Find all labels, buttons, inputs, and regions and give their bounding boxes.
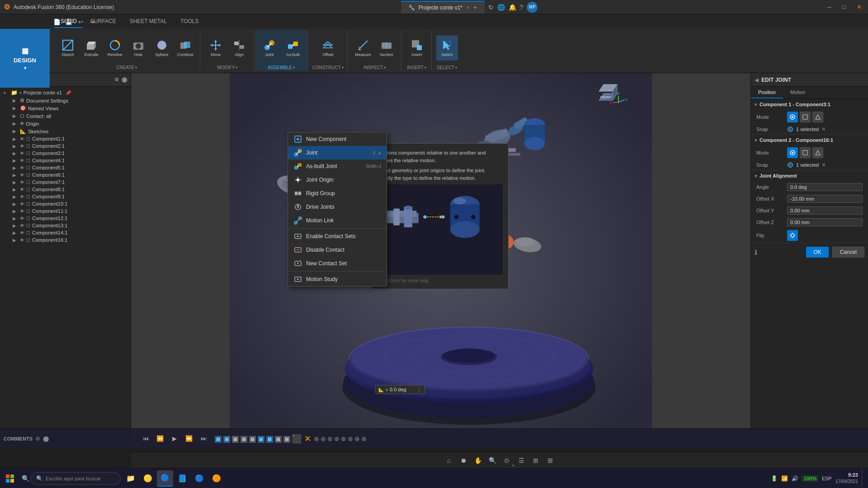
taskbar-app1[interactable]: 🟡 <box>140 470 156 487</box>
play-prev-btn[interactable]: ⏪ <box>154 432 166 445</box>
timeline-icon-special[interactable]: ✕ <box>304 434 311 444</box>
notification-btn[interactable]: 🔔 <box>509 4 516 11</box>
menu-item-motion-study[interactable]: Motion Study <box>288 272 387 286</box>
tab-sheet-metal[interactable]: SHEET METAL <box>123 15 173 28</box>
browser-item-comp1[interactable]: ▶ 👁 ☐ Component1:1 <box>0 135 131 142</box>
rp-component1-header[interactable]: ▾ Component 1 - Component3:1 <box>751 99 868 110</box>
create-group-label[interactable]: CREATE <box>116 65 137 71</box>
move-btn[interactable]: Move <box>205 35 226 61</box>
browser-item-comp5[interactable]: ▶ 👁 ☐ Component5:1 <box>0 164 131 171</box>
combine-btn[interactable]: Combine <box>175 35 196 61</box>
insert-derive-btn[interactable]: Insert <box>406 35 428 61</box>
timeline-icon-3[interactable]: ▣ <box>231 434 239 444</box>
eye-icon[interactable]: 👁 <box>20 202 24 206</box>
timeline-icon-1[interactable]: ▣ <box>214 434 222 444</box>
nav-record-icon[interactable]: ⏺ <box>457 454 470 467</box>
create-sketch-btn[interactable]: Sketch <box>57 35 79 61</box>
inspect-group-label[interactable]: INSPECT <box>363 65 386 71</box>
browser-item-named-views[interactable]: ▶ 🎯 Named Views <box>0 104 131 112</box>
eye-icon[interactable]: 👁 <box>20 165 24 170</box>
cancel-button[interactable]: Cancel <box>832 247 864 258</box>
rp-tab-position[interactable]: Position <box>751 87 783 99</box>
hole-btn[interactable]: Hole <box>127 35 149 61</box>
eye-icon[interactable]: 👁 <box>20 136 24 141</box>
browser-item-comp8[interactable]: ▶ 👁 ☐ Component8:1 <box>0 186 131 193</box>
degree-value-input[interactable] <box>390 387 415 392</box>
joint-btn[interactable]: Joint <box>259 35 280 61</box>
modify-group-label[interactable]: MODIFY <box>217 65 238 71</box>
menu-item-enable-contact-sets[interactable]: Enable Contact Sets <box>288 230 387 243</box>
nav-grid2-icon[interactable]: ⊞ <box>544 454 557 467</box>
comp1-snap-clear-btn[interactable]: ✕ <box>821 126 826 132</box>
timeline-icon-2[interactable]: ▣ <box>223 434 231 444</box>
windows-start-btn[interactable] <box>0 469 20 488</box>
browser-root-item[interactable]: ▾ 📁 ● Projecte conte v1 📌 <box>0 89 131 97</box>
browser-item-doc-settings[interactable]: ▶ ⚙ Document Settings <box>0 97 131 104</box>
sphere-btn[interactable]: Sphere <box>151 35 173 61</box>
timeline-icon-10[interactable]: ⬛ <box>292 434 302 444</box>
close-tab-btn[interactable]: × <box>466 5 469 11</box>
browser-item-comp6[interactable]: ▶ 👁 ☐ Component6:1 <box>0 171 131 178</box>
offset-z-input[interactable] <box>787 218 863 226</box>
online-btn[interactable]: 🌐 <box>497 4 505 11</box>
eye-icon[interactable]: 👁 <box>20 151 24 156</box>
eye-icon[interactable]: 👁 <box>20 223 24 228</box>
ok-button[interactable]: OK <box>806 247 828 258</box>
eye-icon[interactable]: 👁 <box>20 158 24 163</box>
taskbar-app3[interactable]: 🟠 <box>208 470 225 487</box>
info-icon[interactable]: ℹ <box>755 248 757 257</box>
new-tab-btn[interactable]: + <box>473 4 477 12</box>
browser-item-comp9[interactable]: ▶ 👁 ☐ Component9:1 <box>0 193 131 200</box>
comp2-mode-icon-2[interactable] <box>800 147 811 158</box>
section-analysis-btn[interactable]: Section <box>376 35 397 61</box>
eye-icon[interactable]: 👁 <box>20 144 24 149</box>
close-btn[interactable]: ✕ <box>854 4 864 10</box>
rp-component2-header[interactable]: ▾ Component 2 - Component16:1 <box>751 135 868 145</box>
menu-item-joint[interactable]: Joint J ▸ <box>288 146 387 160</box>
taskbar-chrome[interactable]: 🔵 <box>157 470 173 487</box>
menu-item-new-contact-set[interactable]: New Contact Set <box>288 257 387 270</box>
extrude-btn[interactable]: Extrude <box>80 35 102 61</box>
browser-settings-icon[interactable]: ⚙ <box>114 77 119 83</box>
nav-grid-icon[interactable]: ⊞ <box>529 454 542 467</box>
comp2-snap-clear-btn[interactable]: ✕ <box>821 162 826 168</box>
nav-fit-icon[interactable]: ⊙▾ <box>500 454 513 467</box>
nav-home-icon[interactable]: ⌂ <box>443 454 455 467</box>
right-panel-collapse-btn[interactable]: ◀ <box>755 77 759 83</box>
timeline-icon-7[interactable]: ▣ <box>266 434 274 444</box>
browser-item-origin[interactable]: ▶ ✛ Origin <box>0 120 131 127</box>
menu-item-as-built-joint[interactable]: As-built Joint Shift+J <box>288 160 387 173</box>
user-avatar[interactable]: MP <box>527 2 538 13</box>
redo-btn[interactable]: ↪ <box>87 16 98 27</box>
menu-item-drive-joints[interactable]: Drive Joints <box>288 200 387 214</box>
comp1-mode-icon-2[interactable] <box>800 112 811 122</box>
play-start-btn[interactable]: ⏮ <box>139 432 152 445</box>
eye-icon[interactable]: 👁 <box>20 180 24 185</box>
options-icon[interactable]: ⋮ <box>416 386 422 393</box>
view-cube[interactable]: FRONT X Z Y <box>592 78 628 114</box>
eye-icon[interactable]: 👁 <box>20 238 24 243</box>
eye-icon[interactable]: 👁 <box>20 216 24 221</box>
maximize-btn[interactable]: □ <box>840 4 849 10</box>
timeline-icon-4[interactable]: ▣ <box>240 434 248 444</box>
browser-item-comp16[interactable]: ▶ 👁 ☐ Component16:1 <box>0 236 131 244</box>
show-desktop-btn[interactable] <box>862 469 864 488</box>
refresh-btn[interactable]: ↻ <box>488 4 494 11</box>
design-button[interactable]: ▦ DESIGN <box>0 29 50 88</box>
select-btn[interactable]: Select <box>436 35 458 61</box>
menu-item-disable-contact[interactable]: Disable Contact <box>288 243 387 257</box>
comp2-mode-icon-1[interactable] <box>787 147 798 158</box>
comments-settings-icon[interactable]: ⚙ <box>35 436 40 442</box>
menu-item-new-component[interactable]: New Component <box>288 132 387 146</box>
offset-plane-btn[interactable]: Offset <box>317 35 339 61</box>
browser-item-comp7[interactable]: ▶ 👁 ☐ Component7:1 <box>0 178 131 186</box>
nav-pan-icon[interactable]: ✋ <box>472 454 484 467</box>
browser-item-comp14[interactable]: ▶ 👁 ☐ Component14:1 <box>0 229 131 236</box>
flip-button[interactable] <box>787 230 798 241</box>
angle-input[interactable] <box>787 183 863 191</box>
select-group-label[interactable]: SELECT <box>437 65 457 71</box>
new-file-btn[interactable]: 📄 <box>52 16 62 27</box>
comp1-mode-icon-1[interactable] <box>787 112 798 122</box>
as-built-joint-btn[interactable]: As-built <box>282 35 304 61</box>
assemble-group-label[interactable]: ASSEMBLE <box>268 65 295 71</box>
